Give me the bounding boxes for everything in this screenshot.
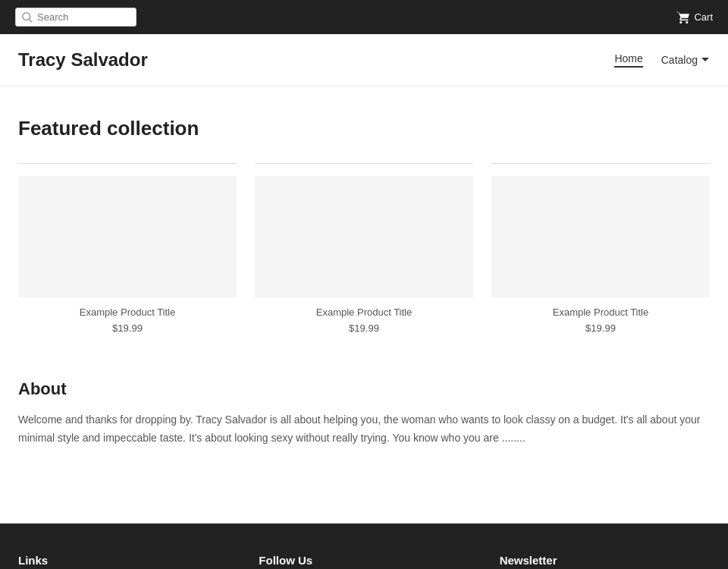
featured-collection-section: Featured collection Example Product Titl…: [18, 117, 710, 334]
product-price-3: $19.99: [491, 322, 710, 334]
cart-link[interactable]: Cart: [677, 11, 713, 24]
footer-top: Links Search Refund Policy Terms of Serv…: [18, 554, 710, 569]
about-title: About: [18, 379, 710, 399]
footer-newsletter-section: Newsletter Sign up for the latest news, …: [500, 554, 710, 569]
product-title-2: Example Product Title: [255, 307, 473, 318]
footer-newsletter-title: Newsletter: [500, 554, 710, 567]
search-icon: [22, 12, 33, 23]
product-card-3[interactable]: Example Product Title $19.99: [491, 163, 710, 334]
featured-collection-title: Featured collection: [18, 117, 710, 140]
product-card-2[interactable]: Example Product Title $19.99: [255, 163, 473, 334]
product-image-2: [255, 176, 473, 297]
search-input[interactable]: [37, 11, 136, 23]
nav-catalog[interactable]: Catalog: [661, 54, 710, 66]
product-title-1: Example Product Title: [18, 307, 237, 318]
product-image-3: [491, 176, 710, 297]
footer: Links Search Refund Policy Terms of Serv…: [0, 523, 728, 569]
about-section: About Welcome and thanks for dropping by…: [18, 379, 710, 448]
footer-links-section: Links Search Refund Policy Terms of Serv…: [18, 554, 228, 569]
products-grid: Example Product Title $19.99 Example Pro…: [18, 163, 710, 334]
product-price-2: $19.99: [255, 322, 473, 334]
nav-catalog-link[interactable]: Catalog: [661, 54, 698, 66]
search-form[interactable]: [15, 8, 136, 27]
product-card-1[interactable]: Example Product Title $19.99: [18, 163, 237, 334]
footer-links-title: Links: [18, 554, 228, 567]
main-content: Featured collection Example Product Titl…: [0, 86, 728, 523]
product-image-1: [18, 176, 237, 297]
chevron-down-icon: [701, 55, 710, 64]
site-header: Tracy Salvador Home Catalog: [0, 34, 728, 86]
nav-home[interactable]: Home: [614, 52, 642, 68]
about-text: Welcome and thanks for dropping by. Trac…: [18, 411, 710, 448]
cart-label: Cart: [694, 11, 713, 23]
main-nav: Home Catalog: [614, 52, 710, 68]
footer-follow-title: Follow Us: [259, 554, 469, 567]
product-title-3: Example Product Title: [491, 307, 710, 318]
site-title[interactable]: Tracy Salvador: [18, 49, 148, 71]
product-price-1: $19.99: [18, 322, 237, 334]
footer-follow-section: Follow Us: [259, 554, 469, 569]
top-bar: Cart: [0, 0, 728, 34]
cart-icon: [677, 11, 689, 24]
